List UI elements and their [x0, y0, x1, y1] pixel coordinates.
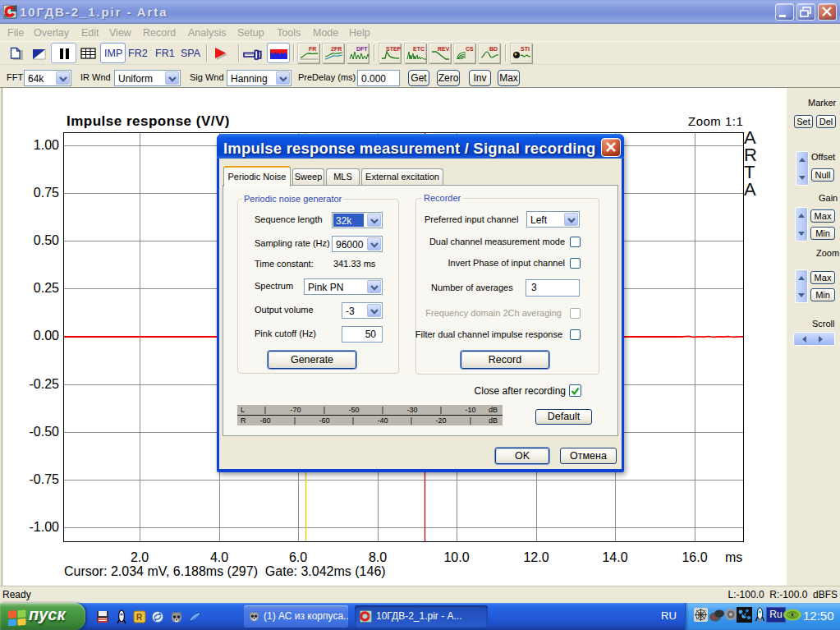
- svg-text:2FR: 2FR: [331, 46, 342, 52]
- svg-text:REV: REV: [438, 46, 450, 52]
- svg-text:DFT: DFT: [356, 46, 368, 52]
- svg-text:BD: BD: [489, 46, 498, 52]
- svg-text:CS: CS: [466, 46, 474, 52]
- svg-text:FR: FR: [309, 46, 316, 52]
- svg-text:ETC: ETC: [413, 46, 425, 52]
- svg-text:STEP: STEP: [386, 46, 401, 52]
- svg-text:STI: STI: [521, 46, 530, 52]
- svg-text:R: R: [136, 613, 143, 622]
